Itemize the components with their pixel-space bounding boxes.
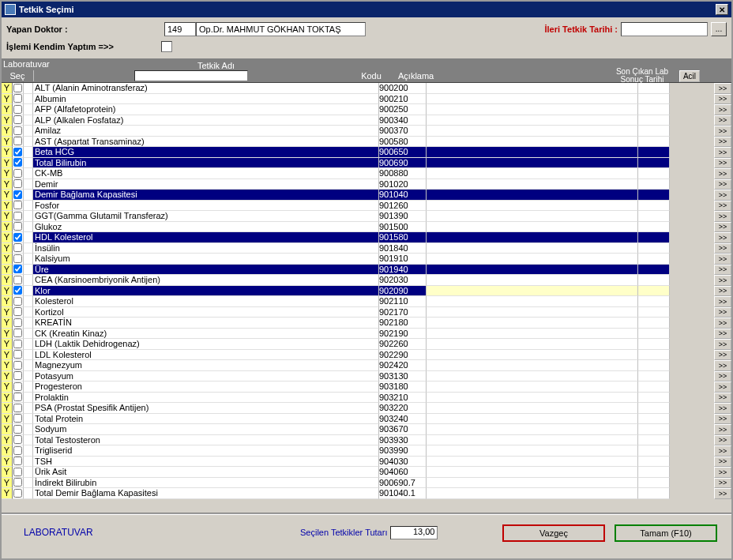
row-detail-button[interactable]: >>	[714, 137, 731, 148]
row-checkbox[interactable]	[13, 201, 22, 209]
row-detail-button[interactable]: >>	[714, 168, 731, 179]
table-row[interactable]: YKlor902090>>	[2, 286, 731, 297]
row-checkbox[interactable]	[13, 468, 22, 476]
row-detail-button[interactable]: >>	[714, 104, 731, 115]
table-row[interactable]: YTrigliserid903990>>	[2, 445, 731, 457]
row-checkbox[interactable]	[13, 446, 22, 455]
row-detail-button[interactable]: >>	[714, 445, 731, 457]
row-detail-button[interactable]: >>	[714, 307, 731, 318]
row-checkbox[interactable]	[13, 329, 22, 337]
row-detail-button[interactable]: >>	[714, 329, 731, 340]
row-checkbox[interactable]	[13, 254, 22, 263]
table-row[interactable]: YPotasyum903130>>	[2, 371, 731, 382]
row-checkbox[interactable]	[13, 148, 22, 156]
row-detail-button[interactable]: >>	[714, 265, 731, 276]
row-checkbox[interactable]	[13, 435, 22, 444]
row-detail-button[interactable]: >>	[714, 179, 731, 190]
search-input[interactable]	[134, 70, 248, 81]
table-row[interactable]: YTotal Demir Bağlama Kapasitesi901040.1>…	[2, 488, 731, 499]
row-detail-button[interactable]: >>	[714, 403, 731, 414]
row-checkbox[interactable]	[13, 286, 22, 295]
table-row[interactable]: YAlbumin900210>>	[2, 94, 731, 105]
row-checkbox[interactable]	[13, 489, 22, 498]
table-row[interactable]: YTSH904030>>	[2, 457, 731, 468]
row-checkbox[interactable]	[13, 212, 22, 220]
row-checkbox[interactable]	[13, 414, 22, 423]
row-detail-button[interactable]: >>	[714, 435, 731, 446]
row-detail-button[interactable]: >>	[714, 414, 731, 425]
table-row[interactable]: YAFP (Alfafetoprotein)900250>>	[2, 104, 731, 115]
row-detail-button[interactable]: >>	[714, 190, 731, 201]
row-detail-button[interactable]: >>	[714, 467, 731, 478]
table-row[interactable]: YAST (Aspartat Transaminaz)900580>>	[2, 137, 731, 148]
table-row[interactable]: YHDL Kolesterol901580>>	[2, 232, 731, 243]
table-row[interactable]: YKolesterol902110>>	[2, 296, 731, 307]
row-checkbox[interactable]	[13, 243, 22, 252]
row-detail-button[interactable]: >>	[714, 478, 731, 489]
table-row[interactable]: YCEA (Karsinoembriyonik Antijen)902030>>	[2, 275, 731, 286]
row-detail-button[interactable]: >>	[714, 83, 731, 94]
table-row[interactable]: YGGT(Gamma Glutamil Transferaz)901390>>	[2, 211, 731, 222]
table-row[interactable]: YCK (Kreatin Kinaz)902190>>	[2, 329, 731, 340]
row-checkbox[interactable]	[13, 137, 22, 145]
row-checkbox[interactable]	[13, 222, 22, 231]
row-checkbox[interactable]	[13, 233, 22, 242]
row-detail-button[interactable]: >>	[714, 360, 731, 371]
row-detail-button[interactable]: >>	[714, 126, 731, 137]
row-checkbox[interactable]	[13, 307, 22, 316]
self-checkbox[interactable]	[161, 41, 172, 52]
table-row[interactable]: Yİndirekt Bilirubin900690.7>>	[2, 478, 731, 489]
cancel-button[interactable]: Vazgeç	[502, 524, 605, 542]
table-row[interactable]: YALP (Alkalen Fosfataz)900340>>	[2, 115, 731, 126]
row-checkbox[interactable]	[13, 297, 22, 306]
doctor-name-input[interactable]	[196, 22, 366, 36]
row-detail-button[interactable]: >>	[714, 243, 731, 254]
row-checkbox[interactable]	[13, 340, 22, 348]
table-row[interactable]: YDemir901020>>	[2, 179, 731, 190]
table-row[interactable]: YLDL Kolesterol902290>>	[2, 350, 731, 361]
row-checkbox[interactable]	[13, 115, 22, 124]
row-checkbox[interactable]	[13, 318, 22, 327]
table-row[interactable]: YKortizol902170>>	[2, 307, 731, 318]
ok-button[interactable]: Tamam (F10)	[615, 524, 717, 542]
acil-button[interactable]: Acil	[679, 70, 700, 82]
row-checkbox[interactable]	[13, 478, 22, 487]
row-detail-button[interactable]: >>	[714, 371, 731, 382]
row-checkbox[interactable]	[13, 457, 22, 465]
date-picker-button[interactable]: ...	[711, 22, 727, 36]
table-row[interactable]: YPSA (Prostat Spesifik Antijen)903220>>	[2, 403, 731, 414]
table-row[interactable]: YÜrik Asit904060>>	[2, 467, 731, 478]
row-detail-button[interactable]: >>	[714, 254, 731, 265]
row-checkbox[interactable]	[13, 105, 22, 114]
table-row[interactable]: YKREATİN902180>>	[2, 318, 731, 329]
table-row[interactable]: YSodyum903670>>	[2, 424, 731, 435]
close-icon[interactable]: ✕	[716, 4, 728, 15]
row-detail-button[interactable]: >>	[714, 286, 731, 297]
table-row[interactable]: YBeta HCG900650>>	[2, 147, 731, 158]
row-checkbox[interactable]	[13, 179, 22, 188]
row-checkbox[interactable]	[13, 84, 22, 92]
table-row[interactable]: YLDH (Laktik Dehidrogenaz)902260>>	[2, 339, 731, 350]
row-checkbox[interactable]	[13, 404, 22, 412]
row-detail-button[interactable]: >>	[714, 201, 731, 212]
row-checkbox[interactable]	[13, 350, 22, 359]
table-row[interactable]: YProlaktin903210>>	[2, 393, 731, 404]
row-detail-button[interactable]: >>	[714, 94, 731, 105]
row-checkbox[interactable]	[13, 94, 22, 103]
row-checkbox[interactable]	[13, 371, 22, 380]
table-row[interactable]: YTotal Protein903240>>	[2, 414, 731, 425]
row-checkbox[interactable]	[13, 126, 22, 135]
table-row[interactable]: YKalsiyum901910>>	[2, 254, 731, 265]
row-detail-button[interactable]: >>	[714, 488, 731, 499]
row-checkbox[interactable]	[13, 382, 22, 391]
table-row[interactable]: Yİnsülin901840>>	[2, 243, 731, 254]
ileri-tarih-input[interactable]	[621, 22, 708, 36]
row-detail-button[interactable]: >>	[714, 381, 731, 393]
row-checkbox[interactable]	[13, 265, 22, 273]
row-checkbox[interactable]	[13, 190, 22, 199]
grid-body[interactable]: YALT (Alanin Aminotransferaz)900200>>YAl…	[2, 83, 731, 513]
row-detail-button[interactable]: >>	[714, 147, 731, 158]
row-detail-button[interactable]: >>	[714, 424, 731, 435]
table-row[interactable]: YFosfor901260>>	[2, 201, 731, 212]
row-checkbox[interactable]	[13, 158, 22, 167]
